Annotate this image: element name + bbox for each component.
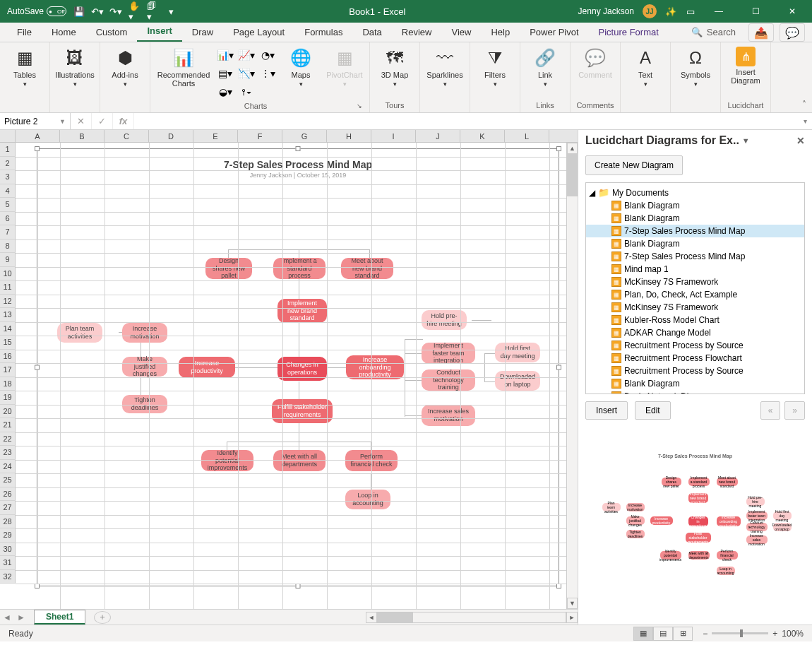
tab-custom[interactable]: Custom (86, 23, 138, 42)
row-header[interactable]: 15 (0, 336, 16, 350)
bar-chart-icon[interactable]: ▤▾ (215, 65, 235, 82)
tree-item[interactable]: ▦Blank Diagram (586, 237, 804, 250)
column-header[interactable]: G (282, 130, 327, 142)
tab-page-layout[interactable]: Page Layout (223, 23, 294, 42)
row-header[interactable]: 19 (0, 391, 16, 405)
row-header[interactable]: 32 (0, 570, 16, 584)
save-icon[interactable]: 💾 (73, 6, 85, 17)
page-break-view-button[interactable]: ⊞ (673, 627, 693, 641)
chevron-down-icon[interactable]: ▼ (59, 118, 66, 125)
column-header[interactable]: J (416, 130, 460, 142)
column-header[interactable]: E (193, 130, 238, 142)
tree-item[interactable]: ▦Mind map 1 (586, 263, 804, 276)
row-header[interactable]: 28 (0, 515, 16, 529)
tree-item[interactable]: ▦7-Step Sales Process Mind Map (586, 225, 804, 237)
enter-formula-icon[interactable]: ✓ (92, 113, 113, 129)
row-headers[interactable]: 1234567891011121314151617181920212223242… (0, 143, 16, 584)
worksheet[interactable]: ABCDEFGHIJKL 123456789101112131415161718… (0, 130, 578, 625)
tab-file[interactable]: File (7, 23, 42, 42)
column-chart-icon[interactable]: 📊▾ (215, 47, 235, 64)
share-button[interactable]: 📤 (748, 23, 774, 42)
stock-chart-icon[interactable]: ⫯▾ (237, 83, 256, 100)
tree-root[interactable]: ◢ 📁 My Documents (586, 186, 804, 199)
scroll-thumb[interactable] (378, 613, 413, 622)
new-sheet-button[interactable]: ＋ (94, 611, 111, 624)
tree-item[interactable]: ▦Recruitment Process Flowchart (586, 352, 804, 365)
tab-picture-format[interactable]: Picture Format (589, 23, 669, 42)
tree-item[interactable]: ▦Blank Diagram (586, 377, 804, 390)
tab-help[interactable]: Help (481, 23, 520, 42)
undo-icon[interactable]: ↶▾ (92, 6, 103, 17)
row-header[interactable]: 17 (0, 363, 16, 377)
normal-view-button[interactable]: ▦ (633, 627, 653, 641)
scroll-up-icon[interactable]: ▲ (567, 143, 578, 154)
quick-print-icon[interactable]: 🗐▾ (147, 6, 158, 17)
document-tree[interactable]: ◢ 📁 My Documents ▦Blank Diagram▦Blank Di… (585, 182, 805, 394)
zoom-level[interactable]: 100% (782, 629, 804, 639)
row-header[interactable]: 18 (0, 377, 16, 391)
sheet-nav-next-icon[interactable]: ► (14, 613, 28, 622)
column-header[interactable]: H (327, 130, 371, 142)
row-header[interactable]: 13 (0, 308, 16, 322)
close-button[interactable]: ✕ (778, 0, 806, 23)
collapse-ribbon-icon[interactable]: ˄ (802, 100, 806, 110)
next-page-button[interactable]: » (784, 401, 805, 420)
tree-item[interactable]: ▦ADKAR Change Model (586, 326, 804, 339)
edit-button[interactable]: Edit (635, 401, 671, 420)
row-header[interactable]: 29 (0, 528, 16, 543)
maximize-button[interactable]: ☐ (741, 0, 770, 23)
ribbon-display-icon[interactable]: ▭ (685, 6, 696, 17)
tree-item[interactable]: ▦Recruitment Process by Source (586, 365, 804, 377)
column-header[interactable]: F (238, 130, 282, 142)
charts-dialog-launcher-icon[interactable]: ↘ (357, 100, 362, 112)
tree-collapse-icon[interactable]: ◢ (589, 188, 595, 198)
tree-item[interactable]: ▦McKinsey 7S Framework (586, 276, 804, 288)
column-header[interactable]: D (149, 130, 193, 142)
3dmap-button[interactable]: 🗺3D Map▾ (374, 44, 415, 90)
row-header[interactable]: 24 (0, 460, 16, 474)
create-new-diagram-button[interactable]: Create New Diagram (585, 155, 683, 175)
tab-power-pivot[interactable]: Power Pivot (520, 23, 588, 42)
insert-diagram-button[interactable]: ⋔Insert Diagram (725, 44, 766, 88)
select-all-corner[interactable] (0, 130, 16, 142)
cancel-formula-icon[interactable]: ✕ (71, 113, 92, 129)
tree-item[interactable]: ▦Plan, Do, Check, Act Example (586, 288, 804, 301)
scatter-chart-icon[interactable]: ⋮▾ (258, 65, 277, 82)
row-header[interactable]: 1 (0, 143, 16, 157)
tab-home[interactable]: Home (42, 23, 86, 42)
vertical-scrollbar[interactable]: ▲ ▼ (566, 143, 578, 609)
column-header[interactable]: B (60, 130, 105, 142)
column-header[interactable]: I (371, 130, 416, 142)
column-header[interactable]: A (16, 130, 60, 142)
redo-icon[interactable]: ↷▾ (110, 6, 121, 17)
row-header[interactable]: 3 (0, 170, 16, 184)
user-name[interactable]: Jenny Jackson (578, 6, 634, 16)
line-chart-icon[interactable]: 📈▾ (237, 47, 256, 64)
minimize-button[interactable]: — (705, 0, 733, 23)
sheet-nav-prev-icon[interactable]: ◄ (0, 613, 14, 622)
sparklines-button[interactable]: 〰Sparklines▾ (424, 44, 465, 90)
row-header[interactable]: 27 (0, 501, 16, 515)
zoom-slider[interactable] (712, 632, 768, 634)
area-chart-icon[interactable]: 📉▾ (237, 65, 256, 82)
row-header[interactable]: 12 (0, 295, 16, 309)
row-header[interactable]: 9 (0, 253, 16, 267)
sheet-tab-sheet1[interactable]: Sheet1 (34, 610, 85, 625)
row-header[interactable]: 31 (0, 556, 16, 570)
row-header[interactable]: 23 (0, 446, 16, 460)
row-header[interactable]: 21 (0, 418, 16, 432)
pane-close-icon[interactable]: ✕ (796, 135, 805, 146)
tab-view[interactable]: View (441, 23, 481, 42)
row-header[interactable]: 11 (0, 280, 16, 295)
tree-item[interactable]: ▦Recruitment Process by Source (586, 339, 804, 352)
illustrations-button[interactable]: 🖼Illustrations▾ (54, 44, 95, 90)
scroll-left-icon[interactable]: ◄ (366, 612, 377, 623)
tables-button[interactable]: ▦Tables▾ (4, 44, 45, 90)
scroll-right-icon[interactable]: ► (566, 612, 578, 623)
prev-page-button[interactable]: « (760, 401, 781, 420)
column-headers[interactable]: ABCDEFGHIJKL (0, 130, 578, 143)
tab-insert[interactable]: Insert (137, 21, 181, 42)
comments-button[interactable]: 💬 (780, 23, 805, 42)
maps-button[interactable]: 🌐Maps▾ (280, 44, 321, 90)
qat-customize-icon[interactable]: ▾ (165, 6, 177, 17)
